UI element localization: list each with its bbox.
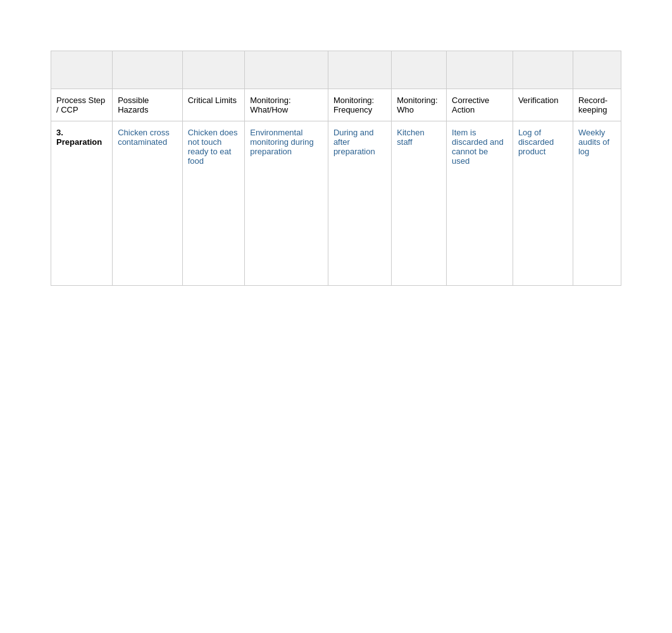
column-header-row: Process Step / CCP Possible Hazards Crit… [51,89,621,121]
col-header-possible-hazards: Possible Hazards [113,89,183,121]
cell-critical-limits: Chicken does not touch ready to eat food [182,121,245,286]
top-empty-cell-6 [392,51,447,89]
top-empty-cell-9 [573,51,621,89]
col-header-monitoring-what-how: Monitoring: What/How [245,89,328,121]
top-empty-cell-4 [245,51,328,89]
cell-possible-hazards: Chicken cross contaminated [113,121,183,286]
top-empty-cell-5 [328,51,391,89]
top-empty-cell-1 [51,51,113,89]
col-header-critical-limits: Critical Limits [182,89,245,121]
cell-verification: Log of discarded product [513,121,573,286]
cell-monitoring-what-how: Environmental monitoring during preparat… [245,121,328,286]
cell-process-step: 3. Preparation [51,121,113,286]
top-empty-cell-2 [113,51,183,89]
col-header-verification: Verification [513,89,573,121]
page-wrapper: Process Step / CCP Possible Hazards Crit… [0,0,672,311]
top-empty-cell-8 [513,51,573,89]
cell-monitoring-frequency: During and after preparation [328,121,391,286]
col-header-monitoring-who: Monitoring: Who [392,89,447,121]
col-header-record-keeping: Record-keeping [573,89,621,121]
col-header-process-step: Process Step / CCP [51,89,113,121]
cell-corrective-action: Item is discarded and cannot be used [447,121,513,286]
cell-record-keeping: Weekly audits of log [573,121,621,286]
haccp-table: Process Step / CCP Possible Hazards Crit… [51,51,621,286]
table-row: 3. Preparation Chicken cross contaminate… [51,121,621,286]
col-header-corrective-action: Corrective Action [447,89,513,121]
top-empty-row [51,51,621,89]
cell-monitoring-who: Kitchen staff [392,121,447,286]
top-empty-cell-3 [182,51,245,89]
col-header-monitoring-frequency: Monitoring: Frequency [328,89,391,121]
top-empty-cell-7 [447,51,513,89]
